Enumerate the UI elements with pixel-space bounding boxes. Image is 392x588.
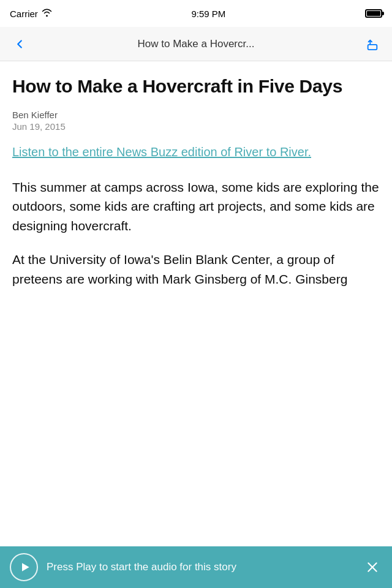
body-paragraph-1: This summer at camps across Iowa, some k… bbox=[12, 178, 380, 236]
carrier-info: Carrier bbox=[10, 9, 52, 19]
back-button[interactable] bbox=[7, 32, 32, 56]
svg-rect-0 bbox=[368, 44, 377, 49]
share-button[interactable] bbox=[360, 32, 385, 56]
article-content: How to Make a Hovercraft in Five Days Be… bbox=[0, 61, 392, 546]
body-paragraph-2: At the University of Iowa's Belin Blank … bbox=[12, 250, 380, 288]
article-title: How to Make a Hovercraft in Five Days bbox=[12, 76, 380, 97]
article-link[interactable]: Listen to the entire News Buzz edition o… bbox=[12, 144, 380, 160]
battery-area bbox=[365, 9, 382, 18]
wifi-icon bbox=[42, 9, 52, 18]
article-date: Jun 19, 2015 bbox=[12, 121, 380, 132]
article-author: Ben Kieffer bbox=[12, 110, 380, 120]
audio-play-button[interactable] bbox=[10, 553, 38, 581]
carrier-label: Carrier bbox=[10, 9, 38, 19]
status-time: 9:59 PM bbox=[191, 9, 225, 19]
audio-close-button[interactable] bbox=[363, 557, 382, 577]
nav-bar: How to Make a Hovercr... bbox=[0, 27, 392, 61]
battery-icon bbox=[365, 9, 382, 18]
svg-marker-1 bbox=[22, 563, 29, 571]
battery-fill bbox=[367, 11, 380, 16]
article-body: This summer at camps across Iowa, some k… bbox=[12, 178, 380, 289]
audio-prompt-text: Press Play to start the audio for this s… bbox=[38, 560, 363, 574]
nav-title: How to Make a Hovercr... bbox=[32, 38, 360, 50]
article-meta: Ben Kieffer Jun 19, 2015 bbox=[12, 110, 380, 132]
status-bar: Carrier 9:59 PM bbox=[0, 0, 392, 27]
audio-player-bar: Press Play to start the audio for this s… bbox=[0, 546, 392, 588]
